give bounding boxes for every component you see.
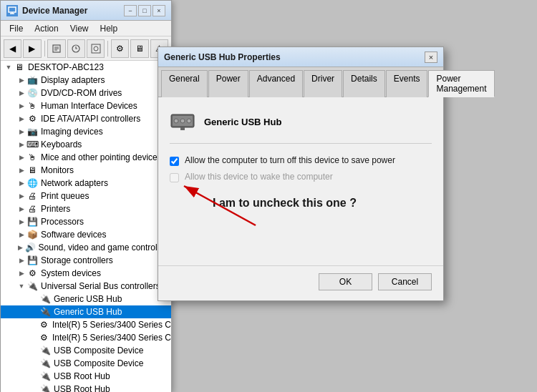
ok-button[interactable]: OK — [319, 273, 372, 290]
dialog-overlay: Generic USB Hub Properties × General Pow… — [0, 0, 537, 392]
dialog-content: Generic USB Hub Allow the computer to tu… — [158, 97, 443, 265]
device-header: Generic USB Hub — [170, 109, 432, 144]
svg-point-13 — [180, 119, 185, 123]
dialog-close-button[interactable]: × — [425, 52, 437, 63]
svg-point-14 — [187, 119, 191, 123]
annotation-text: I am to uncheck this one ? — [213, 197, 432, 210]
cancel-button[interactable]: Cancel — [378, 273, 432, 290]
allow-wake-label: Allow this device to wake the computer — [185, 172, 333, 182]
tab-events[interactable]: Events — [386, 70, 428, 97]
tab-power-management[interactable]: Power Management — [428, 70, 494, 97]
dialog-titlebar: Generic USB Hub Properties × — [158, 47, 443, 67]
allow-wake-checkbox[interactable] — [170, 173, 179, 182]
tab-general[interactable]: General — [161, 70, 208, 97]
allow-turnoff-label[interactable]: Allow the computer to turn off this devi… — [185, 155, 395, 165]
properties-dialog: Generic USB Hub Properties × General Pow… — [158, 46, 444, 301]
dialog-footer: OK Cancel — [158, 265, 443, 300]
checkbox-row-2: Allow this device to wake the computer — [170, 172, 432, 182]
checkbox-row-1: Allow the computer to turn off this devi… — [170, 155, 432, 166]
dialog-title: Generic USB Hub Properties — [164, 52, 425, 62]
tab-bar: General Power Advanced Driver Details Ev… — [158, 67, 443, 97]
device-header-icon — [170, 109, 195, 134]
tab-driver[interactable]: Driver — [304, 70, 342, 97]
svg-point-12 — [174, 119, 178, 123]
annotation-area: I am to uncheck this one ? — [170, 197, 432, 254]
tab-advanced[interactable]: Advanced — [249, 70, 303, 97]
tab-power[interactable]: Power — [208, 70, 248, 97]
svg-rect-15 — [180, 127, 185, 130]
tab-details[interactable]: Details — [343, 70, 385, 97]
device-name: Generic USB Hub — [204, 117, 281, 127]
allow-turnoff-checkbox[interactable] — [170, 157, 179, 166]
